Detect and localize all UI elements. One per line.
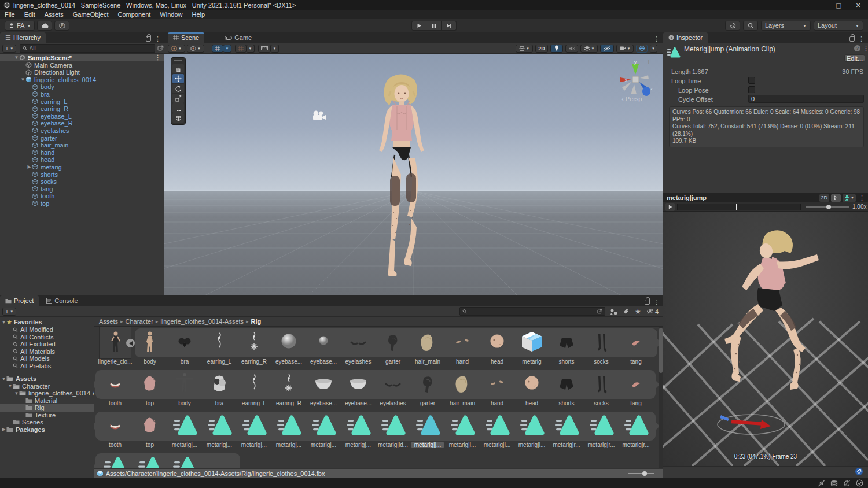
- pause-button[interactable]: [426, 21, 442, 31]
- shading-mode-dropdown[interactable]: ▼: [516, 45, 533, 53]
- scene-panel-menu-icon[interactable]: ⋮: [653, 35, 660, 43]
- tab-game[interactable]: Game: [219, 32, 257, 43]
- inspector-menu-icon[interactable]: ⋮: [858, 35, 865, 43]
- breadcrumb-item[interactable]: Assets: [99, 318, 118, 325]
- expand-arrow-icon[interactable]: ▶: [27, 164, 32, 169]
- move-tool-button[interactable]: [172, 74, 184, 83]
- hierarchy-search-input[interactable]: [30, 45, 152, 51]
- hierarchy-picker-icon[interactable]: [157, 45, 164, 51]
- pivot-rotation-dropdown[interactable]: ▼: [187, 45, 204, 53]
- hierarchy-menu-icon[interactable]: ⋮: [155, 35, 161, 43]
- 2d-toggle[interactable]: 2D: [535, 45, 548, 53]
- hierarchy-item-head[interactable]: head: [0, 156, 164, 164]
- palette-drag-handle[interactable]: [174, 60, 182, 62]
- close-button[interactable]: ✕: [848, 0, 868, 10]
- grid-scrollbar[interactable]: [659, 327, 663, 468]
- favorite-item-all-modified[interactable]: All Modified: [0, 326, 94, 334]
- folder-item-rig[interactable]: Rig: [0, 404, 94, 412]
- tab-project[interactable]: Project: [0, 295, 39, 306]
- grid-snap-dropdown[interactable]: ▼: [223, 45, 231, 53]
- search-expand-icon[interactable]: [597, 309, 602, 315]
- account-dropdown[interactable]: FA ▼: [5, 21, 35, 31]
- preview-playhead[interactable]: [736, 204, 737, 210]
- hierarchy-item-top[interactable]: top: [0, 199, 164, 207]
- tab-inspector[interactable]: Inspector: [663, 32, 708, 43]
- hierarchy-item-earring-l[interactable]: earring_L: [0, 98, 164, 105]
- scene-character[interactable]: [355, 68, 448, 294]
- effects-dropdown[interactable]: ▼: [580, 45, 598, 53]
- hierarchy-item-main-camera[interactable]: Main Camera: [0, 61, 164, 69]
- edit-button[interactable]: Edit...: [844, 54, 865, 62]
- menu-edit[interactable]: Edit: [20, 10, 40, 19]
- maximize-button[interactable]: ▢: [829, 0, 848, 10]
- collapse-subassets-button[interactable]: [126, 339, 135, 347]
- favorite-item-all-conflicts[interactable]: All Conflicts: [0, 334, 94, 341]
- search-by-type-icon[interactable]: [610, 308, 617, 315]
- help-icon[interactable]: ?: [854, 45, 860, 51]
- expand-arrow-icon[interactable]: ▼: [1, 376, 6, 382]
- undo-history-button[interactable]: [725, 21, 740, 31]
- increment-snap-button[interactable]: [258, 45, 271, 53]
- clip-menu-icon[interactable]: ⋮: [863, 45, 868, 52]
- layers-dropdown[interactable]: Layers▼: [761, 21, 811, 31]
- auto-refresh-off-icon[interactable]: [843, 480, 851, 487]
- size-slider-knob[interactable]: [642, 471, 647, 476]
- hidden-packages-toggle[interactable]: 4: [646, 308, 659, 315]
- grid-snap-button[interactable]: [212, 45, 223, 53]
- preview-viewport[interactable]: 0:23 (047.1%) Frame 23: [663, 212, 868, 466]
- orientation-gizmo[interactable]: x y z: [615, 58, 656, 100]
- move-snap-button[interactable]: [235, 45, 247, 53]
- grid-scrollbar-thumb[interactable]: [659, 328, 663, 373]
- hierarchy-item-garter[interactable]: garter: [0, 134, 164, 142]
- thumbnail-size-slider[interactable]: [628, 471, 654, 476]
- inspector-lock-icon[interactable]: [849, 36, 855, 42]
- expand-arrow-icon[interactable]: ▼: [1, 320, 6, 325]
- hierarchy-item-metarig[interactable]: ▶metarig: [0, 163, 164, 171]
- hierarchy-item-directional-light[interactable]: Directional Light: [0, 69, 164, 76]
- compile-status-icon[interactable]: [856, 479, 863, 487]
- expand-arrow-icon[interactable]: ▼: [8, 383, 13, 389]
- project-search-input[interactable]: [469, 308, 595, 315]
- transform-tool-button[interactable]: [172, 113, 184, 123]
- preview-play-button[interactable]: [665, 203, 675, 211]
- scale-tool-button[interactable]: [172, 94, 184, 103]
- hierarchy-item-body[interactable]: body: [0, 83, 164, 91]
- project-add-button[interactable]: +▼: [2, 308, 16, 316]
- tool-handle-dropdown[interactable]: ▼: [168, 45, 185, 53]
- gizmo-lock-icon[interactable]: [648, 60, 653, 64]
- cycle-offset-field[interactable]: 0: [748, 95, 864, 103]
- move-snap-dropdown[interactable]: ▼: [247, 45, 255, 53]
- assetbundle-tag-icon[interactable]: [855, 468, 863, 475]
- favorite-item-all-models[interactable]: All Models: [0, 355, 94, 363]
- layout-dropdown[interactable]: Layout▼: [814, 21, 863, 31]
- menu-gameobject[interactable]: GameObject: [68, 10, 113, 19]
- persp-label[interactable]: ‹ Persp: [621, 95, 642, 102]
- favorite-item-all-excluded[interactable]: All Excluded: [0, 341, 94, 348]
- folder-item-packages[interactable]: ▶Packages: [0, 426, 94, 434]
- hierarchy-add-button[interactable]: +▼: [2, 45, 16, 53]
- increment-snap-dropdown[interactable]: ▼: [271, 45, 279, 53]
- play-button[interactable]: [411, 21, 426, 31]
- loop-pose-checkbox[interactable]: [748, 86, 755, 93]
- rect-tool-button[interactable]: [172, 103, 184, 113]
- preview-timeline[interactable]: [677, 204, 801, 210]
- collapse-arrow-icon[interactable]: ▼: [14, 55, 19, 60]
- menu-file[interactable]: File: [0, 10, 20, 19]
- preview-drag-area[interactable]: [711, 198, 814, 198]
- menu-help[interactable]: Help: [187, 10, 209, 19]
- camera-overlay-dropdown[interactable]: ▼: [616, 45, 634, 53]
- favorite-item-all-prefabs[interactable]: All Prefabs: [0, 363, 94, 370]
- folder-item-assets[interactable]: ▼Assets: [0, 375, 94, 383]
- breadcrumb-item[interactable]: Rig: [251, 318, 262, 325]
- breadcrumb-item[interactable]: Character: [126, 318, 153, 325]
- preview-avatar-dropdown[interactable]: ▼: [843, 194, 856, 202]
- preview-pivot-button[interactable]: [831, 194, 841, 202]
- cache-server-icon[interactable]: [830, 480, 838, 487]
- preview-speed-slider[interactable]: [806, 204, 849, 210]
- menu-window[interactable]: Window: [155, 10, 187, 19]
- project-lock-icon[interactable]: [645, 300, 650, 305]
- hierarchy-scene-row[interactable]: ▼ SampleScene* ⋮: [0, 54, 164, 61]
- favorites-star-icon[interactable]: ★: [635, 308, 641, 316]
- folder-item-texture[interactable]: Texture: [0, 412, 94, 419]
- cloud-button[interactable]: [37, 21, 52, 31]
